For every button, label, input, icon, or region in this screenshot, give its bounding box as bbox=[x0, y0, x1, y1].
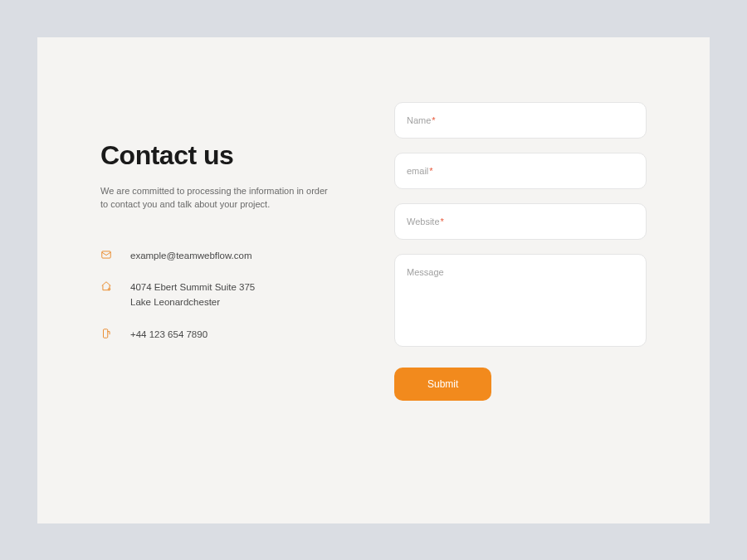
address-line-1: 4074 Ebert Summit Suite 375 bbox=[130, 282, 255, 292]
svg-rect-0 bbox=[102, 251, 111, 257]
email-field[interactable]: email* bbox=[394, 153, 647, 189]
mail-icon bbox=[100, 249, 112, 261]
message-field[interactable]: Message bbox=[394, 254, 647, 347]
home-icon bbox=[100, 280, 112, 292]
svg-point-1 bbox=[108, 288, 110, 290]
contact-phone-item: +44 123 654 7890 bbox=[100, 327, 353, 342]
phone-icon bbox=[100, 328, 112, 339]
contact-form: Name* email* Website* Message Submit bbox=[394, 102, 647, 474]
svg-rect-2 bbox=[104, 329, 108, 338]
required-marker: * bbox=[441, 217, 444, 226]
contact-email-text: example@teamwebflow.com bbox=[130, 248, 252, 263]
contact-phone-text: +44 123 654 7890 bbox=[130, 327, 208, 342]
contact-info-list: example@teamwebflow.com 4074 Ebert Summi… bbox=[100, 248, 353, 343]
contact-address-text: 4074 Ebert Summit Suite 375 Lake Leonard… bbox=[130, 280, 255, 310]
address-line-2: Lake Leonardchester bbox=[130, 297, 220, 307]
required-marker: * bbox=[429, 166, 432, 176]
page-title: Contact us bbox=[100, 140, 353, 171]
name-field[interactable]: Name* bbox=[394, 102, 647, 139]
required-marker: * bbox=[432, 115, 435, 125]
contact-email-item: example@teamwebflow.com bbox=[100, 248, 353, 263]
page-description: We are committed to processing the infor… bbox=[100, 184, 333, 212]
contact-info-column: Contact us We are committed to processin… bbox=[100, 102, 353, 474]
contact-address-item: 4074 Ebert Summit Suite 375 Lake Leonard… bbox=[100, 280, 353, 310]
email-placeholder: email bbox=[407, 166, 428, 176]
contact-card: Contact us We are committed to processin… bbox=[37, 37, 710, 523]
website-placeholder: Website bbox=[407, 217, 440, 226]
name-placeholder: Name bbox=[407, 115, 431, 125]
submit-button[interactable]: Submit bbox=[394, 368, 491, 401]
message-placeholder: Message bbox=[407, 267, 444, 277]
website-field[interactable]: Website* bbox=[394, 203, 647, 240]
